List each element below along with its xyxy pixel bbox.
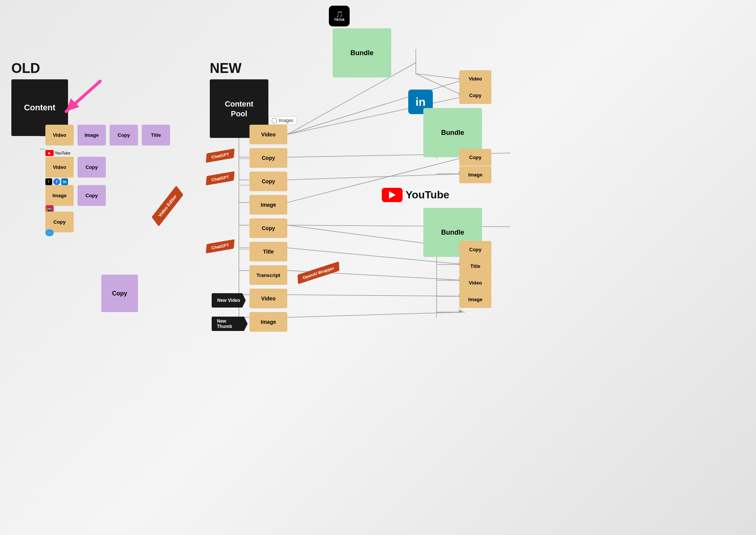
old-copy-2: Copy	[77, 157, 106, 178]
center-video: Video	[249, 125, 287, 144]
youtube-play-icon	[389, 191, 396, 199]
twitter-platform-icons: 🐦	[45, 229, 54, 236]
old-copy-1: Copy	[110, 125, 138, 145]
tiktok-label: TikTok	[334, 18, 344, 22]
tiktok-logo: 🎵 TikTok	[329, 6, 350, 26]
old-image-2: Image	[45, 185, 74, 206]
youtube-platform-icons: ▶ YouTube	[45, 150, 70, 156]
chatgpt-arrow-1: ChatGPT	[206, 148, 234, 163]
old-row2: Video Copy	[45, 157, 106, 178]
linkedin-copy: Copy	[459, 149, 491, 166]
pink-arrow-icon	[59, 74, 104, 119]
tiktok-copy: Copy	[459, 87, 491, 104]
youtube-image: Image	[459, 291, 491, 308]
old-title-1: Title	[142, 125, 170, 145]
chatgpt-arrow-2: ChatGPT	[206, 171, 234, 186]
old-video-1: Video	[45, 125, 74, 145]
youtube-copy: Copy	[459, 241, 491, 258]
old-label: OLD	[11, 60, 40, 76]
youtube-text-label: YouTube	[406, 189, 449, 201]
youtube-logo: YouTube	[382, 188, 449, 202]
old-copy-3: Copy	[77, 185, 106, 206]
tiktok-icon: 🎵	[336, 11, 343, 18]
center-copy-3: Copy	[249, 218, 287, 238]
old-copy-detected: Copy	[101, 275, 138, 312]
new-video-button[interactable]: New Video	[212, 293, 246, 308]
youtube-icon: ▶	[45, 150, 54, 156]
tiktok-video: Video	[459, 70, 491, 87]
center-title: Title	[249, 242, 287, 261]
svg-line-22	[287, 295, 465, 296]
svg-line-25	[416, 74, 463, 79]
center-image-2: Image	[249, 312, 287, 332]
svg-marker-44	[459, 309, 463, 313]
tiktok-small-icon: T	[45, 178, 52, 185]
center-copy-1: Copy	[249, 148, 287, 168]
new-thumb-button[interactable]: New Thumb	[212, 317, 248, 331]
diagram-container: OLD Content Video Image Copy Title ▶ You…	[0, 0, 756, 535]
center-copy-2: Copy	[249, 172, 287, 191]
old-image-1: Image	[77, 125, 106, 145]
youtube-video: Video	[459, 274, 491, 291]
multi-platform-icons: T f in	[45, 178, 68, 185]
video-editor-arrow: Video Editor	[152, 186, 183, 227]
svg-line-23	[287, 312, 465, 317]
youtube-text: YouTube	[55, 151, 70, 155]
images-checkbox-label: Images	[279, 118, 293, 123]
linkedin-small-icon: in	[61, 178, 68, 185]
svg-line-17	[287, 174, 465, 180]
old-row1: Video Image Copy Title	[45, 125, 170, 145]
old-row3: Image Copy	[45, 185, 106, 206]
images-checkbox[interactable]: Images	[268, 116, 297, 125]
tiktok-bundle: Bundle	[333, 28, 391, 77]
old-video-2: Video	[45, 157, 74, 178]
center-transcript: Transcript	[249, 265, 287, 285]
new-label: NEW	[210, 60, 242, 76]
openai-wrapper-arrow: OpenAI Wrapper	[297, 261, 339, 284]
center-image: Image	[249, 195, 287, 215]
chatgpt-arrow-3: ChatGPT	[206, 239, 234, 254]
connector-lines	[0, 0, 756, 535]
facebook-small-icon: f	[53, 178, 60, 185]
images-checkbox-input[interactable]	[272, 118, 277, 123]
center-video-2: Video	[249, 289, 287, 308]
twitter-icon: 🐦	[45, 229, 54, 236]
youtube-title: Title	[459, 258, 491, 275]
youtube-icon-bg	[382, 188, 403, 202]
linkedin-image: Image	[459, 166, 491, 183]
